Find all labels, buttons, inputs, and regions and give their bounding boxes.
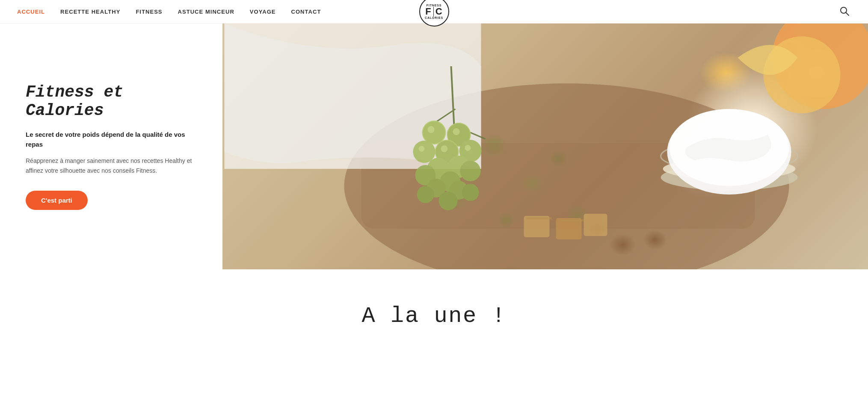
main-nav: ACCUEIL RECETTE HEALTHY FITNESS ASTUCE M… <box>17 9 321 15</box>
section-une: A la une ! <box>0 269 868 354</box>
nav-recette[interactable]: RECETTE HEALTHY <box>60 9 120 15</box>
nav-contact[interactable]: CONTACT <box>291 9 321 15</box>
nav-voyage[interactable]: VOYAGE <box>250 9 276 15</box>
svg-line-1 <box>846 12 849 15</box>
hero-title: Fitness et Calories <box>26 83 197 120</box>
logo-c: C <box>435 7 443 16</box>
logo-divider <box>433 7 434 16</box>
hero-subtitle: Le secret de votre poids dépend de la qu… <box>26 130 197 149</box>
logo[interactable]: FITNESS F C CALORIES <box>419 0 449 27</box>
logo-f: F <box>425 7 432 16</box>
search-button[interactable] <box>838 5 851 19</box>
search-icon <box>840 6 849 16</box>
logo-fic: F C <box>425 7 443 16</box>
logo-text-bottom: CALORIES <box>425 16 443 19</box>
hero-content: Fitness et Calories Le secret de votre p… <box>0 24 222 269</box>
hero-description: Réapprenez à manger sainement avec nos r… <box>26 156 197 175</box>
nav-fitness[interactable]: FITNESS <box>136 9 162 15</box>
nav-accueil[interactable]: ACCUEIL <box>17 9 45 15</box>
nav-astuce[interactable]: ASTUCE MINCEUR <box>178 9 234 15</box>
hero-image <box>222 24 868 269</box>
cta-button[interactable]: C'est parti <box>26 191 88 210</box>
header: ACCUEIL RECETTE HEALTHY FITNESS ASTUCE M… <box>0 0 868 24</box>
hero-section: Fitness et Calories Le secret de votre p… <box>0 24 868 269</box>
hero-image-bg <box>222 24 868 269</box>
section-une-heading: A la une ! <box>17 304 851 329</box>
